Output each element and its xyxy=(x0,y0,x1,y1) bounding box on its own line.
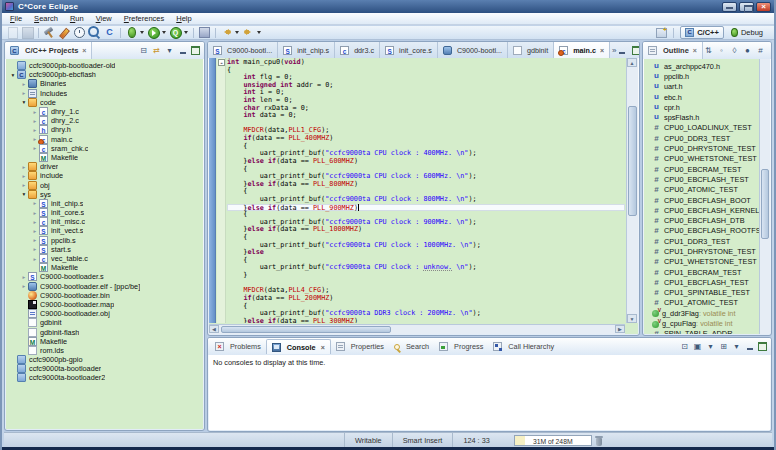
view-menu-icon[interactable]: ▾ xyxy=(164,45,175,56)
code-line[interactable]: }else if(data == PLL_1000MHZ) xyxy=(227,226,625,234)
maximize-view-icon[interactable] xyxy=(631,45,640,56)
tree-item[interactable]: MMakefile xyxy=(6,263,203,272)
back-icon[interactable] xyxy=(219,26,234,39)
dropdown-arrow-icon[interactable] xyxy=(139,26,146,39)
minimize-view-icon[interactable] xyxy=(617,45,628,56)
tree-item[interactable]: ▸obj xyxy=(6,180,203,189)
tree-item[interactable]: ccfc9000pb-bootloader-old xyxy=(6,61,203,70)
editor-marker-bar[interactable] xyxy=(209,58,216,323)
console-tab-problems[interactable]: Problems xyxy=(210,339,266,354)
outline-item[interactable]: #CPU0_WHETSTONE_TEST xyxy=(644,154,770,164)
console-tab-console[interactable]: Console× xyxy=(266,339,331,354)
outline-item[interactable]: ucpr.h xyxy=(644,102,770,112)
close-icon[interactable]: × xyxy=(321,344,325,351)
hide-fields-icon[interactable]: ◦ xyxy=(716,45,727,56)
outline-item[interactable]: #CPU0_DHRYSTONE_TEST xyxy=(644,143,770,153)
code-line[interactable]: unsigned int addr = 0; xyxy=(227,82,625,90)
tree-item[interactable]: ▸hdhry.h xyxy=(6,125,203,134)
outline-item[interactable]: #CPU0_EBCFLASH_KERNEL xyxy=(644,205,770,215)
code-line[interactable]: if(data == PLL_400MHZ) xyxy=(227,135,625,143)
outline-item[interactable]: #CPU1_EBCFLASH_TEST xyxy=(644,277,770,287)
tree-item[interactable]: ▸Sinit_vect.s xyxy=(6,226,203,235)
maximize-window-button[interactable] xyxy=(739,2,754,12)
outline-item[interactable]: #CPU0_ATOMIC_TEST xyxy=(644,185,770,195)
tree-item[interactable]: ▸driver xyxy=(6,162,203,171)
expand-arrow-icon[interactable]: ▸ xyxy=(31,127,39,133)
run-icon[interactable] xyxy=(146,26,161,39)
code-editor[interactable]: int main_cpu0(void){ int flg = 0; unsign… xyxy=(227,58,625,323)
tree-item[interactable]: ▸Includes xyxy=(6,89,203,98)
expand-arrow-icon[interactable]: ▾ xyxy=(20,99,28,105)
outline-item[interactable]: #CPU0_EBCFLASH_BOOT xyxy=(644,195,770,205)
outline-item[interactable]: uspsFlash.h xyxy=(644,112,770,122)
tree-item[interactable]: ▸Sinit_chip.s xyxy=(6,199,203,208)
search-icon[interactable] xyxy=(87,26,102,39)
scroll-right-icon[interactable]: ▶ xyxy=(615,325,625,333)
editor-tab[interactable]: Sinit_chip.s xyxy=(278,42,335,58)
new-icon[interactable] xyxy=(5,26,20,39)
history-icon[interactable] xyxy=(72,26,87,39)
code-line[interactable]: }else if(data == PLL_300MHZ) xyxy=(227,318,625,323)
expand-arrow-icon[interactable]: ▸ xyxy=(20,90,28,96)
outline-scrollbar-thumb[interactable] xyxy=(761,169,769,239)
code-line[interactable]: int data = 0; xyxy=(227,112,625,120)
code-line[interactable]: } xyxy=(227,272,625,280)
outline-item[interactable]: #CPU1_DDR3_TEST xyxy=(644,236,770,246)
tree-item[interactable]: ▾Cccfc9000pb-ebcflash xyxy=(6,70,203,79)
menu-run[interactable]: Run xyxy=(64,14,90,23)
console-tab-search[interactable]: Search xyxy=(389,339,434,354)
console-tab-properties[interactable]: Properties xyxy=(331,339,389,354)
debug-icon[interactable] xyxy=(124,26,139,39)
dropdown-arrow-icon[interactable] xyxy=(256,26,263,39)
maximize-view-icon[interactable] xyxy=(757,341,768,352)
tree-item[interactable]: ▸cinit_misc.c xyxy=(6,217,203,226)
expand-arrow-icon[interactable]: ▸ xyxy=(31,219,39,225)
tree-item[interactable]: C9000-bootloader.map xyxy=(6,300,203,309)
tree-item[interactable]: MMakefile xyxy=(6,337,203,346)
menu-preferences[interactable]: Preferences xyxy=(118,14,170,23)
tree-item[interactable]: ▸Sstart.s xyxy=(6,245,203,254)
tree-item[interactable]: ▸cvec_table.c xyxy=(6,254,203,263)
editor-tab[interactable]: SC9000-bootl... xyxy=(208,42,278,58)
tree-item[interactable]: MMakefile xyxy=(6,153,203,162)
outline-item[interactable]: #CPU1_DHRYSTONE_TEST xyxy=(644,246,770,256)
minimize-view-icon[interactable] xyxy=(177,45,188,56)
close-icon[interactable]: × xyxy=(81,47,86,54)
code-line[interactable]: uart_printf_buf("ccfc9000ta CPU clock : … xyxy=(227,196,625,204)
outline-item[interactable]: uebc.h xyxy=(644,92,770,102)
expand-arrow-icon[interactable]: ▸ xyxy=(31,228,39,234)
open-console-icon[interactable]: ⊞ xyxy=(718,341,729,352)
console-tab-progress[interactable]: Progress xyxy=(434,339,488,354)
tree-item[interactable]: gdbinit-flash xyxy=(6,327,203,336)
run-garbage-collector-icon[interactable] xyxy=(595,435,603,446)
editor-vertical-scrollbar[interactable]: ▲ ▼ xyxy=(626,58,638,323)
tree-item[interactable]: ▸cdhry_1.c xyxy=(6,107,203,116)
tree-item[interactable]: ccfc9000ta-bootloader2 xyxy=(6,373,203,382)
outline-item[interactable]: #CPU0_EBCFLASH_TEST xyxy=(644,174,770,184)
dropdown-arrow-icon[interactable] xyxy=(161,26,168,39)
tree-item[interactable]: ccfc9000pb-gpio xyxy=(6,355,203,364)
outline-item[interactable]: uuart.h xyxy=(644,82,770,92)
outline-item[interactable]: #CPU0_EBCFLASH_DTB xyxy=(644,215,770,225)
code-line[interactable]: }else if(data == PLL_900MHZ) xyxy=(227,204,625,212)
code-line[interactable]: }else xyxy=(227,249,625,257)
outline-item[interactable]: #CPU0_LOADLINUX_TEST xyxy=(644,123,770,133)
scroll-left-icon[interactable]: ◀ xyxy=(209,325,219,333)
open-element-icon[interactable] xyxy=(197,26,212,39)
expand-arrow-icon[interactable]: ▸ xyxy=(31,200,39,206)
tree-item[interactable]: ▸cmain.c xyxy=(6,135,203,144)
expand-arrow-icon[interactable]: ▸ xyxy=(31,145,39,151)
scroll-down-icon[interactable]: ▼ xyxy=(627,314,637,323)
editor-tab[interactable]: Sinit_core.s xyxy=(380,42,438,58)
open-perspective-icon[interactable] xyxy=(656,27,667,38)
fold-collapse-icon[interactable]: - xyxy=(218,59,225,66)
tab-cpp-projects[interactable]: C C/C++ Projects × xyxy=(5,42,92,59)
outline-item[interactable]: Vg_cpuFlag : volatile int xyxy=(644,318,770,328)
tree-item[interactable]: ▸Sinit_core.s xyxy=(6,208,203,217)
external-tools-icon[interactable] xyxy=(168,26,183,39)
expand-arrow-icon[interactable]: ▸ xyxy=(31,109,39,115)
minimize-window-button[interactable] xyxy=(722,2,737,12)
outline-item[interactable]: #CPU0_EBCFLASH_ROOTFS xyxy=(644,226,770,236)
expand-arrow-icon[interactable]: ▾ xyxy=(9,72,17,78)
dropdown-arrow-icon[interactable]: ▾ xyxy=(705,341,716,352)
